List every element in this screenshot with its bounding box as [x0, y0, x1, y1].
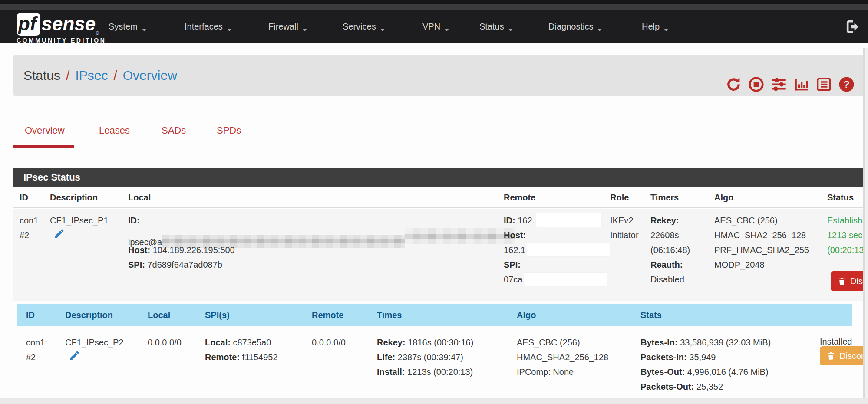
algo-prf: PRF_HMAC_SHA2_256 — [714, 245, 809, 255]
spi-remote-label: Remote: — [205, 352, 240, 362]
nav-item-interfaces[interactable]: Interfaces — [185, 10, 231, 43]
breadcrumb-separator: / — [113, 68, 117, 82]
role-value: Initiator — [610, 230, 639, 240]
local-host-value: 104.189.226.195:500 — [153, 245, 235, 255]
community-edition-label: COMMUNITY EDITION — [17, 37, 106, 44]
stop-icon[interactable] — [748, 67, 764, 83]
remote-spi-value: 07ca — [504, 275, 522, 284]
redaction-box — [527, 243, 610, 256]
chevron-down-icon — [508, 29, 513, 33]
breadcrumb-link-ipsec[interactable]: IPsec — [75, 68, 108, 82]
refresh-icon[interactable] — [726, 67, 742, 83]
panel-title: IPsec Status — [13, 168, 864, 187]
nav-item-label: VPN — [422, 22, 440, 31]
nav-item-diagnostics[interactable]: Diagnostics — [548, 10, 602, 43]
col-header-role: Role — [610, 187, 629, 208]
col-header-timers: Timers — [650, 187, 679, 208]
tab-overview[interactable]: Overview — [25, 125, 65, 136]
chevron-down-icon — [303, 29, 307, 33]
tab-sads[interactable]: SADs — [162, 125, 186, 136]
col-header-times: Times — [377, 304, 402, 326]
trash-icon — [826, 351, 835, 361]
col-header-remote: Remote — [312, 304, 343, 326]
p1-description: CF1_IPsec_P1 — [50, 216, 109, 225]
cell-times: Rekey: 1816s (00:30:16) Life: 2387s (00:… — [377, 335, 473, 379]
nav-item-system[interactable]: System — [109, 10, 146, 43]
cell-timers: Rekey: 22608s (06:16:48) Reauth: Disable… — [650, 213, 690, 287]
nav-item-status[interactable]: Status — [479, 10, 513, 43]
breadcrumb-link-overview[interactable]: Overview — [123, 68, 177, 82]
remote-host-value: 162.1 — [504, 245, 525, 255]
chevron-down-icon — [597, 29, 602, 33]
install-label: Install: — [377, 367, 405, 377]
breadcrumb-root: Status — [23, 68, 60, 82]
nav-item-label: Interfaces — [185, 22, 223, 31]
bytes-out-label: Bytes-Out: — [640, 367, 685, 377]
algo-hash: HMAC_SHA2_256_128 — [517, 352, 608, 362]
rekey-time: (06:16:48) — [650, 245, 690, 255]
nav-item-label: System — [109, 22, 138, 31]
sign-out-icon[interactable] — [845, 19, 861, 35]
remote-spi-label: SPI: — [504, 260, 521, 269]
disconnect-p2-button[interactable]: Disconnect — [820, 346, 868, 365]
window-title-strip — [0, 4, 868, 10]
top-navbar: pfsense® COMMUNITY EDITION System Interf… — [0, 10, 868, 43]
sliders-icon[interactable] — [771, 67, 787, 83]
vertical-scrollbar[interactable] — [863, 48, 868, 398]
col-header-description: Description — [50, 187, 98, 208]
algo-dhgroup: MODP_2048 — [714, 260, 765, 269]
nav-item-help[interactable]: Help — [642, 10, 668, 43]
bar-chart-icon[interactable] — [793, 67, 809, 83]
tab-leases[interactable]: Leases — [99, 125, 130, 136]
nav-item-label: Diagnostics — [548, 22, 593, 31]
ipsec-p2-row: con1: #2 CF1_IPsec_P2 0.0.0.0/0 Local: c… — [17, 326, 864, 398]
reauth-value: Disabled — [650, 275, 684, 284]
chevron-down-icon — [380, 29, 385, 33]
pfsense-logo[interactable]: pfsense® COMMUNITY EDITION — [17, 13, 106, 44]
cell-algo: AES_CBC (256) HMAC_SHA2_256_128 PRF_HMAC… — [714, 213, 809, 272]
sense-logo-text: sense — [42, 13, 96, 35]
rekey-seconds: 22608s — [650, 230, 679, 240]
nav-item-label: Status — [479, 22, 504, 31]
cell-id: con1: #2 — [26, 335, 47, 365]
nav-item-label: Help — [642, 22, 660, 31]
help-icon[interactable]: ? — [838, 67, 855, 83]
status-installed: Installed — [820, 337, 852, 346]
nav-item-services[interactable]: Services — [343, 10, 385, 43]
col-header-description: Description — [65, 304, 113, 326]
nav-item-firewall[interactable]: Firewall — [268, 10, 307, 43]
svg-text:?: ? — [843, 79, 850, 90]
nav-item-label: Services — [343, 22, 376, 31]
cell-stats: Bytes-In: 33,586,939 (32.03 MiB) Packets… — [640, 335, 771, 394]
cell-role: IKEv2 Initiator — [610, 213, 639, 243]
local-spi-value: 7d689f64a7ad087b — [147, 260, 222, 269]
remote-host-label: Host: — [504, 230, 526, 240]
disconnect-p1-button[interactable]: Disconnect — [831, 271, 868, 291]
p2-id-num: #2 — [26, 352, 36, 362]
cell-status: Established 1213 seconds (00:20:13) — [827, 213, 868, 257]
col-header-id: ID — [20, 187, 28, 208]
packets-out-value: 25,352 — [696, 382, 723, 391]
nav-item-vpn[interactable]: VPN — [422, 10, 449, 43]
cell-description: CF1_IPsec_P2 — [65, 335, 124, 365]
col-header-spis: SPI(s) — [205, 304, 230, 326]
page-toolbar: ? — [726, 67, 855, 84]
local-spi-label: SPI: — [128, 260, 145, 269]
local-host-label: Host: — [128, 245, 150, 255]
edit-icon[interactable] — [53, 228, 65, 240]
p2-description: CF1_IPsec_P2 — [65, 338, 124, 347]
status-established: Established — [827, 216, 868, 225]
edit-icon[interactable] — [69, 350, 80, 361]
rekey-label: Rekey: — [650, 216, 679, 225]
chevron-down-icon — [142, 29, 146, 33]
pfsense-app: pfsense® COMMUNITY EDITION System Interf… — [0, 0, 868, 404]
col-header-id: ID — [26, 304, 35, 326]
reauth-label: Reauth: — [650, 260, 683, 269]
tab-spds[interactable]: SPDs — [217, 125, 241, 136]
cell-spis: Local: c873e5a0 Remote: f1154952 — [205, 335, 278, 365]
remote-id-value: 162. — [518, 216, 535, 225]
bytes-in-value: 33,586,939 (32.03 MiB) — [680, 338, 771, 347]
list-icon[interactable] — [816, 67, 832, 83]
redaction-mosaic — [405, 228, 515, 244]
remote-id-label: ID: — [504, 216, 515, 225]
